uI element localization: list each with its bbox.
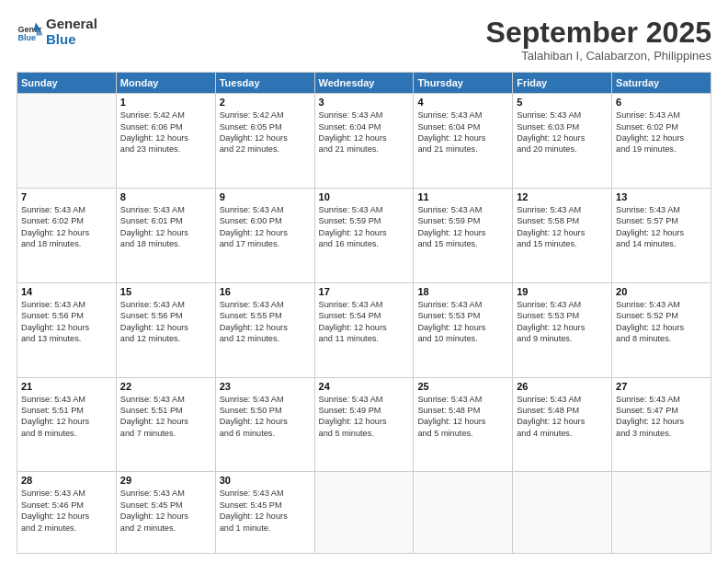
- cell-date-number: 29: [120, 475, 211, 486]
- cell-info-text: Sunrise: 5:43 AM Sunset: 5:59 PM Dayligh…: [319, 204, 410, 250]
- cell-info-text: Sunrise: 5:43 AM Sunset: 5:55 PM Dayligh…: [220, 299, 311, 345]
- calendar-cell: 25Sunrise: 5:43 AM Sunset: 5:48 PM Dayli…: [414, 377, 513, 472]
- cell-date-number: 24: [319, 381, 410, 392]
- calendar-cell: 5Sunrise: 5:43 AM Sunset: 6:03 PM Daylig…: [513, 94, 612, 189]
- calendar-cell: 29Sunrise: 5:43 AM Sunset: 5:45 PM Dayli…: [116, 472, 215, 554]
- cell-date-number: 14: [21, 286, 112, 297]
- cell-date-number: 1: [120, 97, 211, 108]
- calendar-cell: 15Sunrise: 5:43 AM Sunset: 5:56 PM Dayli…: [116, 282, 215, 377]
- cell-info-text: Sunrise: 5:43 AM Sunset: 5:56 PM Dayligh…: [120, 299, 211, 345]
- cell-date-number: 21: [21, 381, 112, 392]
- calendar-cell: 8Sunrise: 5:43 AM Sunset: 6:01 PM Daylig…: [116, 188, 215, 282]
- calendar-week-row: 1Sunrise: 5:42 AM Sunset: 6:06 PM Daylig…: [17, 94, 711, 189]
- cell-date-number: 10: [319, 191, 410, 202]
- calendar-cell: 13Sunrise: 5:43 AM Sunset: 5:57 PM Dayli…: [612, 188, 711, 282]
- cell-info-text: Sunrise: 5:43 AM Sunset: 6:03 PM Dayligh…: [517, 109, 608, 155]
- calendar-cell: [314, 472, 414, 554]
- calendar-cell: 3Sunrise: 5:43 AM Sunset: 6:04 PM Daylig…: [314, 94, 414, 189]
- cell-date-number: 16: [220, 286, 311, 297]
- cell-info-text: Sunrise: 5:43 AM Sunset: 5:47 PM Dayligh…: [616, 394, 707, 440]
- cell-info-text: Sunrise: 5:43 AM Sunset: 6:02 PM Dayligh…: [21, 204, 112, 250]
- cell-info-text: Sunrise: 5:43 AM Sunset: 6:04 PM Dayligh…: [417, 109, 508, 155]
- cell-date-number: 2: [220, 97, 311, 108]
- calendar-cell: [612, 472, 711, 554]
- cell-info-text: Sunrise: 5:43 AM Sunset: 5:53 PM Dayligh…: [517, 299, 608, 345]
- calendar-cell: 11Sunrise: 5:43 AM Sunset: 5:59 PM Dayli…: [414, 188, 513, 282]
- cell-date-number: 9: [220, 191, 311, 202]
- cell-info-text: Sunrise: 5:43 AM Sunset: 6:02 PM Dayligh…: [616, 109, 707, 155]
- cell-info-text: Sunrise: 5:43 AM Sunset: 5:58 PM Dayligh…: [517, 204, 608, 250]
- day-header-wednesday: Wednesday: [314, 73, 414, 94]
- calendar-week-row: 28Sunrise: 5:43 AM Sunset: 5:46 PM Dayli…: [17, 472, 711, 554]
- title-block: September 2025 Talahiban I, Calabarzon, …: [486, 17, 711, 63]
- calendar-cell: 18Sunrise: 5:43 AM Sunset: 5:53 PM Dayli…: [414, 282, 513, 377]
- day-header-tuesday: Tuesday: [215, 73, 314, 94]
- cell-info-text: Sunrise: 5:43 AM Sunset: 5:59 PM Dayligh…: [417, 204, 508, 250]
- logo-icon: General Blue: [17, 19, 42, 45]
- cell-info-text: Sunrise: 5:43 AM Sunset: 5:46 PM Dayligh…: [21, 488, 112, 534]
- calendar-table: SundayMondayTuesdayWednesdayThursdayFrid…: [17, 72, 711, 554]
- calendar-cell: 19Sunrise: 5:43 AM Sunset: 5:53 PM Dayli…: [513, 282, 612, 377]
- cell-info-text: Sunrise: 5:43 AM Sunset: 5:51 PM Dayligh…: [21, 394, 112, 440]
- cell-date-number: 19: [517, 286, 608, 297]
- cell-info-text: Sunrise: 5:43 AM Sunset: 5:54 PM Dayligh…: [319, 299, 410, 345]
- calendar-cell: 16Sunrise: 5:43 AM Sunset: 5:55 PM Dayli…: [215, 282, 314, 377]
- calendar-cell: 7Sunrise: 5:43 AM Sunset: 6:02 PM Daylig…: [17, 188, 117, 282]
- cell-date-number: 27: [616, 381, 707, 392]
- calendar-cell: 23Sunrise: 5:43 AM Sunset: 5:50 PM Dayli…: [215, 377, 314, 472]
- cell-date-number: 4: [417, 97, 508, 108]
- calendar-cell: 21Sunrise: 5:43 AM Sunset: 5:51 PM Dayli…: [17, 377, 117, 472]
- calendar-cell: 6Sunrise: 5:43 AM Sunset: 6:02 PM Daylig…: [612, 94, 711, 189]
- cell-date-number: 17: [319, 286, 410, 297]
- cell-date-number: 11: [417, 191, 508, 202]
- calendar-cell: 28Sunrise: 5:43 AM Sunset: 5:46 PM Dayli…: [17, 472, 117, 554]
- logo-line2: Blue: [46, 32, 97, 48]
- cell-info-text: Sunrise: 5:43 AM Sunset: 5:45 PM Dayligh…: [120, 488, 211, 534]
- calendar-cell: 24Sunrise: 5:43 AM Sunset: 5:49 PM Dayli…: [314, 377, 414, 472]
- calendar-cell: 27Sunrise: 5:43 AM Sunset: 5:47 PM Dayli…: [612, 377, 711, 472]
- calendar-cell: 2Sunrise: 5:42 AM Sunset: 6:05 PM Daylig…: [215, 94, 314, 189]
- cell-info-text: Sunrise: 5:43 AM Sunset: 5:45 PM Dayligh…: [220, 488, 311, 534]
- cell-date-number: 22: [120, 381, 211, 392]
- day-header-saturday: Saturday: [612, 73, 711, 94]
- cell-date-number: 8: [120, 191, 211, 202]
- day-header-monday: Monday: [116, 73, 215, 94]
- calendar-week-row: 14Sunrise: 5:43 AM Sunset: 5:56 PM Dayli…: [17, 282, 711, 377]
- cell-date-number: 20: [616, 286, 707, 297]
- calendar-cell: 1Sunrise: 5:42 AM Sunset: 6:06 PM Daylig…: [116, 94, 215, 189]
- cell-date-number: 23: [220, 381, 311, 392]
- cell-info-text: Sunrise: 5:43 AM Sunset: 6:00 PM Dayligh…: [220, 204, 311, 250]
- svg-text:Blue: Blue: [17, 33, 36, 42]
- calendar-cell: 12Sunrise: 5:43 AM Sunset: 5:58 PM Dayli…: [513, 188, 612, 282]
- cell-date-number: 13: [616, 191, 707, 202]
- calendar-week-row: 21Sunrise: 5:43 AM Sunset: 5:51 PM Dayli…: [17, 377, 711, 472]
- cell-info-text: Sunrise: 5:43 AM Sunset: 5:48 PM Dayligh…: [417, 394, 508, 440]
- calendar-cell: [513, 472, 612, 554]
- cell-info-text: Sunrise: 5:42 AM Sunset: 6:05 PM Dayligh…: [220, 109, 311, 155]
- calendar-cell: 4Sunrise: 5:43 AM Sunset: 6:04 PM Daylig…: [414, 94, 513, 189]
- cell-info-text: Sunrise: 5:43 AM Sunset: 6:04 PM Dayligh…: [319, 109, 410, 155]
- header: General Blue General Blue September 2025…: [17, 17, 711, 63]
- cell-date-number: 7: [21, 191, 112, 202]
- calendar-cell: 26Sunrise: 5:43 AM Sunset: 5:48 PM Dayli…: [513, 377, 612, 472]
- cell-date-number: 3: [319, 97, 410, 108]
- calendar-cell: 17Sunrise: 5:43 AM Sunset: 5:54 PM Dayli…: [314, 282, 414, 377]
- calendar-cell: 9Sunrise: 5:43 AM Sunset: 6:00 PM Daylig…: [215, 188, 314, 282]
- calendar-cell: [414, 472, 513, 554]
- cell-date-number: 6: [616, 97, 707, 108]
- calendar-week-row: 7Sunrise: 5:43 AM Sunset: 6:02 PM Daylig…: [17, 188, 711, 282]
- logo: General Blue General Blue: [17, 17, 97, 47]
- calendar-cell: 20Sunrise: 5:43 AM Sunset: 5:52 PM Dayli…: [612, 282, 711, 377]
- cell-date-number: 5: [517, 97, 608, 108]
- cell-date-number: 12: [517, 191, 608, 202]
- day-header-friday: Friday: [513, 73, 612, 94]
- cell-info-text: Sunrise: 5:43 AM Sunset: 5:52 PM Dayligh…: [616, 299, 707, 345]
- cell-date-number: 26: [517, 381, 608, 392]
- calendar-cell: 10Sunrise: 5:43 AM Sunset: 5:59 PM Dayli…: [314, 188, 414, 282]
- cell-info-text: Sunrise: 5:43 AM Sunset: 6:01 PM Dayligh…: [120, 204, 211, 250]
- cell-info-text: Sunrise: 5:43 AM Sunset: 5:56 PM Dayligh…: [21, 299, 112, 345]
- calendar-cell: [17, 94, 117, 189]
- cell-info-text: Sunrise: 5:43 AM Sunset: 5:50 PM Dayligh…: [220, 394, 311, 440]
- day-header-sunday: Sunday: [17, 73, 117, 94]
- cell-date-number: 28: [21, 475, 112, 486]
